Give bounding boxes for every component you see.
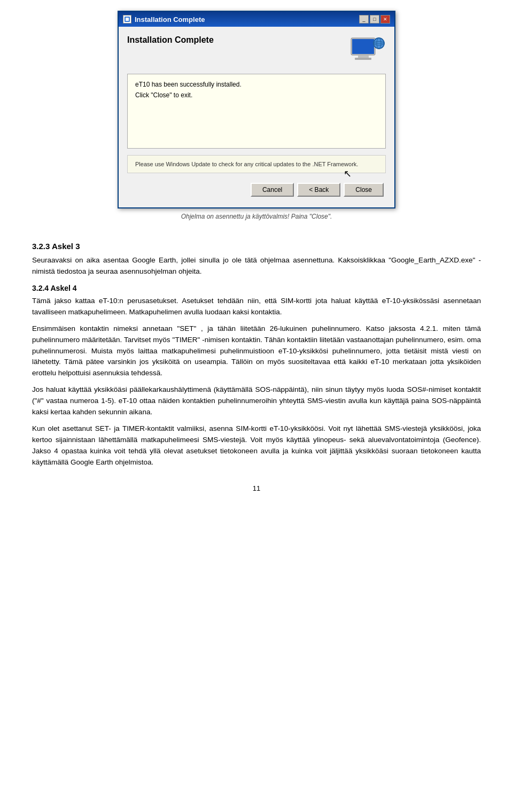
section-3-2-4-heading: 3.2.4 Askel 4 [32, 284, 481, 292]
dialog-titlebar-left: Installation Complete [123, 15, 205, 24]
computer-icon [348, 35, 386, 67]
maximize-button[interactable]: □ [370, 15, 379, 24]
svg-rect-1 [126, 18, 129, 21]
dialog-line2: Click "Close" to exit. [135, 91, 378, 99]
close-window-button[interactable]: ✕ [380, 15, 390, 24]
page-content: Installation Complete _ □ ✕ Installation… [32, 11, 481, 492]
dialog-window-controls: _ □ ✕ [359, 15, 390, 24]
dialog-window: Installation Complete _ □ ✕ Installation… [118, 11, 395, 208]
dialog-notice-text: Please use Windows Update to check for a… [135, 161, 358, 167]
section-3-2-3-heading: 3.2.3 Askel 3 [32, 242, 481, 251]
section-3-2-3-text: Seuraavaksi on aika asentaa Google Earth… [32, 255, 481, 277]
dialog-titlebar: Installation Complete _ □ ✕ [119, 12, 394, 27]
dialog-content-area: eT10 has been successfully installed. Cl… [127, 74, 386, 149]
close-button[interactable]: Close [344, 183, 384, 197]
cancel-button[interactable]: Cancel [251, 183, 294, 197]
dialog-title: Installation Complete [135, 16, 205, 24]
computer-svg-icon [348, 35, 386, 67]
dialog-notice-area: Please use Windows Update to check for a… [127, 155, 386, 173]
back-button[interactable]: < Back [297, 183, 340, 197]
svg-rect-4 [358, 56, 369, 58]
dialog-app-icon [123, 15, 131, 24]
dialog-buttons: Cancel < Back Close [127, 180, 386, 199]
section-3-2-4-text3: Jos haluat käyttää yksikköäsi päällekark… [32, 384, 481, 418]
doc-content: 3.2.3 Askel 3 Seuraavaksi on aika asenta… [32, 236, 481, 492]
dialog-heading: Installation Complete [127, 35, 214, 45]
minimize-button[interactable]: _ [359, 15, 369, 24]
svg-rect-3 [352, 39, 374, 54]
section-3-2-4-text1: Tämä jakso kattaa eT-10:n perusasetukset… [32, 296, 481, 318]
section-3-2-4-text4: Kun olet asettanut SET- ja TIMER-kontakt… [32, 423, 481, 468]
svg-rect-5 [355, 58, 371, 60]
section-3-2-4-text2: Ensimmäisen kontaktin nimeksi annetaan "… [32, 323, 481, 380]
page-number: 11 [32, 484, 481, 492]
dialog-line1: eT10 has been successfully installed. [135, 81, 378, 88]
dialog-caption: Ohjelma on asennettu ja käyttövalmis! Pa… [181, 213, 332, 220]
dialog-body: Installation Complete [119, 27, 394, 207]
dialog-container: Installation Complete _ □ ✕ Installation… [32, 11, 481, 231]
dialog-header-row: Installation Complete [127, 35, 386, 67]
